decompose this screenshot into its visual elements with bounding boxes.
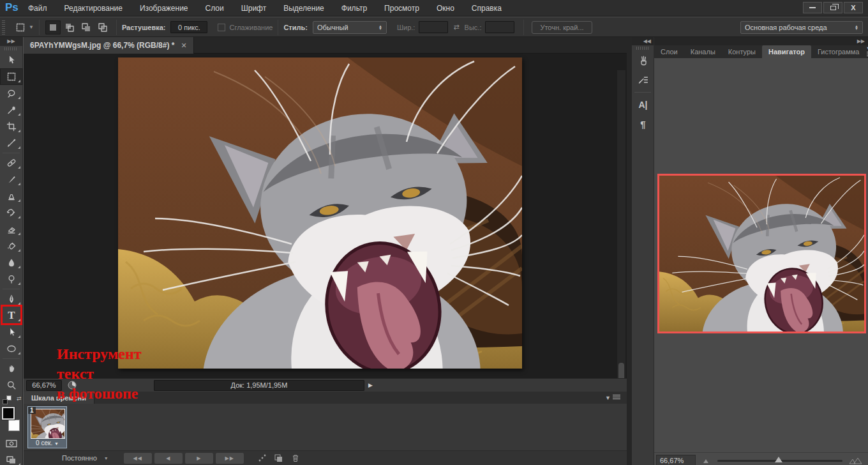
antialias-checkbox[interactable]: [218, 24, 225, 31]
timeline-menu-icon[interactable]: ▼: [605, 395, 620, 401]
move-tool[interactable]: [0, 52, 23, 68]
navigator-zoom-slider[interactable]: [717, 460, 842, 462]
dodge-tool[interactable]: [0, 271, 23, 287]
lasso-tool[interactable]: [0, 85, 23, 102]
menu-type[interactable]: Шрифт: [241, 4, 266, 13]
vertical-scrollbar-thumb[interactable]: [618, 363, 624, 378]
hand-tool[interactable]: [0, 360, 23, 377]
tool-preset-arrow-icon[interactable]: ▼: [29, 24, 34, 30]
tools-collapse-button[interactable]: ▶▶: [0, 37, 22, 46]
restore-button[interactable]: [823, 2, 842, 13]
rectangular-marquee-tool[interactable]: [0, 68, 23, 85]
swap-dimensions-icon[interactable]: ⇄: [453, 23, 459, 31]
height-input[interactable]: [485, 21, 514, 33]
panel-group-expand-icon[interactable]: ▶▶: [654, 37, 868, 45]
menu-layers[interactable]: Слои: [206, 4, 224, 13]
tab-paths[interactable]: Контуры: [722, 45, 762, 58]
workspace-dropdown[interactable]: Основная рабочая среда ▲▼: [740, 21, 863, 34]
selection-mode-new-button[interactable]: [45, 20, 61, 34]
panel-tab-bar: Слои Каналы Контуры Навигатор Гистограмм…: [654, 45, 868, 58]
menu-select[interactable]: Выделение: [283, 4, 324, 13]
menu-file[interactable]: Файл: [28, 4, 47, 13]
tools-grip[interactable]: [4, 47, 18, 50]
menu-edit[interactable]: Редактирование: [64, 4, 123, 13]
menu-image[interactable]: Изображение: [140, 4, 188, 13]
new-frame-button[interactable]: [271, 454, 287, 462]
selection-mode-subtract-button[interactable]: [79, 20, 94, 34]
zoom-in-icon[interactable]: [849, 456, 863, 465]
foreground-color-swatch[interactable]: [2, 407, 15, 420]
panel-menu-icon[interactable]: ▼: [865, 45, 868, 58]
options-grip[interactable]: [2, 20, 5, 34]
tab-histogram[interactable]: Гистограмма: [811, 45, 866, 58]
width-label: Шир.:: [397, 24, 415, 31]
brush-presets-panel-icon[interactable]: [632, 70, 654, 89]
frame-delay-dropdown[interactable]: 0 сек. ▼: [28, 439, 66, 446]
navigator-zoom-input[interactable]: 66,67%: [656, 455, 696, 465]
eraser-tool[interactable]: [0, 221, 23, 238]
canvas-image-cat[interactable]: [118, 57, 522, 369]
blur-tool[interactable]: [0, 254, 23, 271]
selection-mode-add-button[interactable]: [62, 20, 77, 34]
menu-filter[interactable]: Фильтр: [341, 4, 367, 13]
timeline-frame-1[interactable]: 1 0 сек. ▼: [27, 406, 67, 448]
close-button[interactable]: X: [844, 2, 863, 13]
magic-wand-tool[interactable]: [0, 102, 23, 118]
status-arrow-icon[interactable]: ▶: [368, 382, 373, 388]
ellipse-shape-tool[interactable]: [0, 340, 23, 357]
height-label: Выс.:: [465, 24, 482, 31]
dock-collapse-icon[interactable]: ◀◀: [632, 37, 654, 45]
first-frame-button[interactable]: ◀◀: [124, 453, 152, 464]
document-close-icon[interactable]: ✕: [181, 42, 186, 50]
minimize-button[interactable]: [803, 2, 822, 13]
quick-mask-button[interactable]: [0, 435, 23, 452]
healing-brush-tool[interactable]: [0, 155, 23, 171]
menu-view[interactable]: Просмотр: [384, 4, 419, 13]
tween-button[interactable]: [254, 454, 271, 462]
active-tool-preview[interactable]: [14, 21, 27, 34]
canvas-pasteboard[interactable]: [24, 54, 627, 378]
character-panel-icon[interactable]: A|: [632, 95, 654, 114]
selection-mode-intersect-button[interactable]: [95, 20, 110, 34]
paragraph-panel-icon[interactable]: ¶: [632, 114, 654, 133]
eyedropper-tool[interactable]: [0, 135, 23, 151]
width-input[interactable]: [419, 21, 448, 33]
status-doc-size[interactable]: Док: 1,95M/1,95M: [154, 380, 364, 391]
play-button[interactable]: ▶: [185, 453, 213, 464]
background-color-swatch[interactable]: [8, 420, 20, 431]
foreground-background-swatches[interactable]: [2, 407, 21, 432]
brush-panel-icon[interactable]: [632, 51, 654, 70]
screen-mode-button[interactable]: [0, 452, 23, 465]
menu-help[interactable]: Справка: [472, 4, 502, 13]
style-dropdown[interactable]: Обычный ▲▼: [313, 21, 387, 34]
feather-input[interactable]: 0 пикс.: [170, 21, 207, 33]
tab-channels[interactable]: Каналы: [684, 45, 722, 58]
clone-stamp-tool[interactable]: [0, 188, 23, 204]
tab-layers[interactable]: Слои: [654, 45, 684, 58]
history-brush-tool[interactable]: [0, 204, 23, 221]
navigator-zoom-slider-thumb[interactable]: [775, 457, 782, 462]
dock-grip[interactable]: [636, 47, 649, 50]
loop-dropdown[interactable]: Постоянно▼: [58, 453, 112, 463]
window-controls: X: [803, 2, 863, 13]
zoom-tool[interactable]: [0, 377, 23, 393]
next-frame-button[interactable]: ▶▶: [216, 453, 244, 464]
previous-frame-button[interactable]: ◀: [154, 453, 183, 464]
paint-bucket-tool[interactable]: [0, 238, 23, 254]
crop-tool[interactable]: [0, 118, 23, 135]
antialias-label: Сглаживание: [229, 24, 273, 31]
refine-edge-button[interactable]: Уточн. край...: [532, 21, 592, 34]
vertical-scrollbar[interactable]: [617, 70, 625, 378]
delete-frame-button[interactable]: [287, 454, 304, 462]
brush-tool[interactable]: [0, 171, 23, 188]
swap-colors-icon[interactable]: ⇄: [17, 395, 22, 402]
zoom-out-icon[interactable]: [702, 457, 711, 464]
frame-thumbnail[interactable]: [31, 409, 65, 439]
path-selection-tool[interactable]: [0, 324, 23, 340]
document-tab[interactable]: 6PAYhYMWgsM.jpg @ 66,7% (RGB/8#) * ✕: [24, 37, 194, 54]
navigator-proxy-view[interactable]: [657, 174, 866, 333]
menu-window[interactable]: Окно: [437, 4, 454, 13]
default-colors-icon[interactable]: ⇄: [3, 395, 13, 404]
dock-separator[interactable]: [627, 37, 632, 465]
tab-navigator[interactable]: Навигатор: [762, 45, 811, 58]
